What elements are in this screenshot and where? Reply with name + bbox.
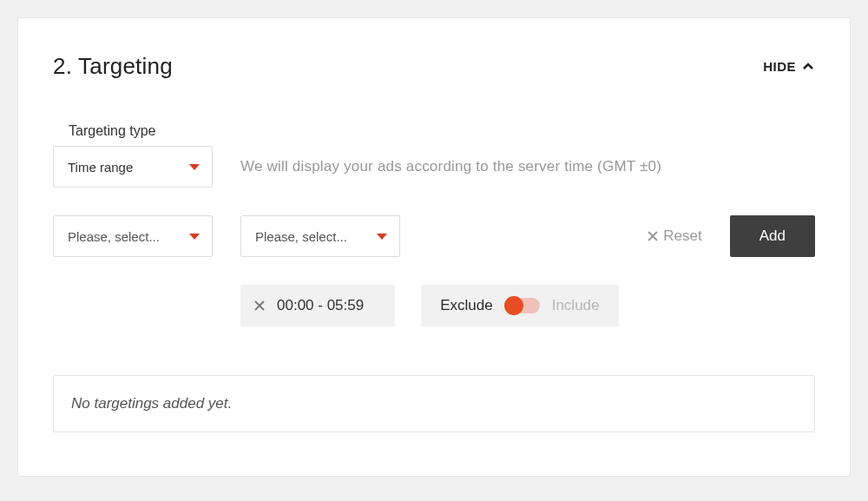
- time-range-chip: 00:00 - 05:59: [240, 285, 395, 326]
- add-button[interactable]: Add: [730, 215, 815, 257]
- targeting-helper-text: We will display your ads according to th…: [240, 158, 661, 175]
- time-from-select[interactable]: Please, select...: [53, 215, 213, 257]
- reset-label: Reset: [663, 227, 701, 245]
- exclude-label: Exclude: [440, 297, 492, 314]
- targeting-type-label: Targeting type: [69, 123, 815, 139]
- targeting-type-row: Time range We will display your ads acco…: [53, 146, 815, 188]
- remove-chip-button[interactable]: [254, 299, 265, 313]
- toggle-knob: [504, 296, 523, 315]
- empty-message: No targetings added yet.: [71, 395, 232, 412]
- chevron-down-icon: [189, 164, 200, 170]
- section-title: 2. Targeting: [53, 53, 173, 80]
- time-selectors-row: Please, select... Please, select... Rese…: [53, 215, 815, 257]
- chevron-down-icon: [377, 234, 387, 240]
- include-label: Include: [552, 297, 600, 314]
- close-icon: [254, 300, 265, 311]
- targeting-card: 2. Targeting HIDE Targeting type Time ra…: [17, 17, 851, 477]
- close-icon: [647, 230, 659, 242]
- chevron-down-icon: [189, 234, 200, 240]
- card-header: 2. Targeting HIDE: [53, 53, 815, 80]
- chip-time-label: 00:00 - 05:59: [277, 297, 364, 314]
- time-to-select[interactable]: Please, select...: [240, 215, 400, 257]
- hide-toggle[interactable]: HIDE: [763, 59, 815, 74]
- chips-row: 00:00 - 05:59 Exclude Include: [240, 285, 815, 326]
- exclude-include-chip: Exclude Include: [421, 285, 618, 326]
- targeting-type-value: Time range: [68, 160, 133, 175]
- targetings-empty-state: No targetings added yet.: [53, 375, 815, 432]
- time-from-placeholder: Please, select...: [68, 229, 160, 244]
- hide-label: HIDE: [763, 59, 796, 74]
- reset-button[interactable]: Reset: [647, 227, 701, 245]
- targeting-type-select[interactable]: Time range: [53, 146, 213, 188]
- time-to-placeholder: Please, select...: [255, 229, 347, 244]
- exclude-include-toggle[interactable]: [505, 298, 540, 313]
- chevron-up-icon: [801, 60, 815, 74]
